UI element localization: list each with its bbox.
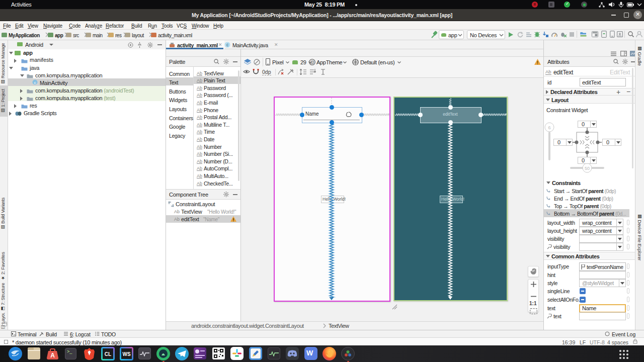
svg-text:CL: CL: [105, 351, 111, 357]
svg-text:50: 50: [585, 166, 590, 171]
svg-text:c: c: [34, 80, 36, 85]
svg-text:6: 6: [548, 125, 550, 130]
svg-text:@: @: [310, 60, 314, 65]
svg-text:WS: WS: [122, 351, 130, 357]
svg-text:A: A: [50, 352, 55, 359]
